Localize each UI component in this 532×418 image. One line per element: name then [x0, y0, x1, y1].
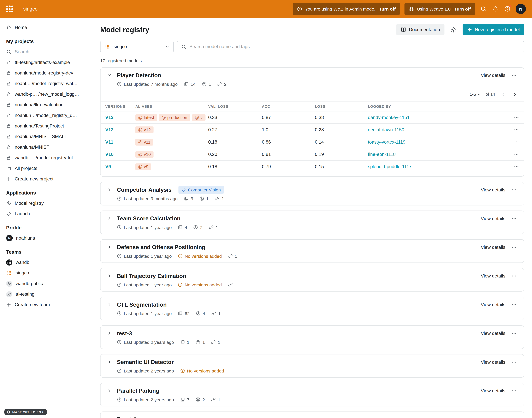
alias-chip[interactable]: @v10 — [135, 151, 154, 158]
expand-chevron-icon[interactable] — [106, 244, 113, 251]
model-title[interactable]: Defense and Offense Positioning — [117, 244, 205, 250]
search-icon[interactable] — [480, 5, 487, 12]
more-options-button[interactable] — [509, 329, 518, 337]
sidebar-item-create-project[interactable]: Create new project — [0, 174, 88, 184]
sidebar-team-item[interactable]: wandb-public — [0, 278, 88, 289]
version-link[interactable]: V9 — [105, 164, 135, 169]
page-range-selector[interactable]: 1-5 — [470, 92, 481, 97]
sidebar-item-create-team[interactable]: Create new team — [0, 300, 88, 310]
sidebar-team-item[interactable]: ttl-testing — [0, 289, 88, 299]
version-link[interactable]: V13 — [105, 115, 135, 120]
admin-turn-off-button[interactable]: Turn off — [379, 6, 396, 12]
model-title[interactable]: Semantic UI Detector — [117, 359, 174, 365]
sidebar-project-item[interactable]: noahluna/TestingProject — [0, 121, 88, 131]
more-options-button[interactable] — [509, 358, 518, 366]
more-options-button[interactable] — [509, 71, 518, 79]
sidebar-project-item[interactable]: wandb-p… /new_model_logg… — [0, 89, 88, 99]
expand-chevron-icon[interactable] — [106, 387, 113, 394]
view-details-button[interactable]: View details — [481, 359, 505, 364]
row-more-options-button[interactable] — [512, 163, 521, 171]
view-details-button[interactable]: View details — [481, 244, 505, 250]
view-details-button[interactable]: View details — [481, 331, 505, 336]
expand-chevron-icon[interactable] — [106, 272, 113, 279]
expand-chevron-icon[interactable] — [106, 215, 113, 222]
model-title[interactable]: Team Score Calculation — [117, 215, 180, 221]
expand-chevron-icon[interactable] — [106, 330, 113, 337]
expand-chevron-icon[interactable] — [106, 186, 113, 193]
sidebar-team-item[interactable]: singco — [0, 267, 88, 278]
prev-page-button[interactable] — [500, 91, 507, 98]
expand-chevron-icon[interactable] — [106, 416, 113, 418]
view-details-button[interactable]: View details — [481, 216, 505, 221]
version-link[interactable]: V11 — [105, 139, 135, 145]
view-details-button[interactable]: View details — [481, 273, 505, 278]
more-options-button[interactable] — [509, 243, 518, 251]
entity-selector[interactable]: singco — [100, 41, 174, 52]
sidebar-project-item[interactable]: ttl-testing/artifacts-example — [0, 57, 88, 68]
model-title[interactable]: Parallel Parking — [117, 387, 159, 394]
sidebar-team-item[interactable]: wandb — [0, 257, 88, 267]
row-more-options-button[interactable] — [512, 138, 521, 146]
sidebar-item-profile[interactable]: N noahluna — [0, 233, 88, 243]
version-link[interactable]: V12 — [105, 127, 135, 132]
version-link[interactable]: V10 — [105, 152, 135, 157]
sidebar-item-launch[interactable]: Launch — [0, 209, 88, 219]
expand-chevron-icon[interactable] — [106, 359, 113, 365]
alias-chip[interactable]: @v12 — [135, 126, 154, 133]
sidebar-project-item[interactable]: noahluna/MNIST — [0, 142, 88, 152]
wandb-logo-icon[interactable] — [6, 5, 13, 12]
model-title[interactable]: CTL Segmentation — [117, 301, 167, 308]
view-details-button[interactable]: View details — [481, 302, 505, 307]
alias-chip[interactable]: @v — [192, 114, 205, 121]
row-more-options-button[interactable] — [512, 113, 521, 121]
sidebar-project-item[interactable]: noahlun…/model_registry_d… — [0, 110, 88, 121]
model-title[interactable]: Front Camera — [117, 416, 154, 418]
model-title[interactable]: Competitor Analysis — [117, 186, 172, 193]
view-details-button[interactable]: View details — [481, 73, 505, 78]
model-title[interactable]: Ball Trajectory Estimation — [117, 273, 186, 279]
help-icon[interactable] — [504, 5, 511, 12]
logged-by-run-link[interactable]: toasty-vortex-1119 — [368, 139, 509, 145]
more-options-button[interactable] — [509, 272, 518, 280]
more-options-button[interactable] — [509, 301, 518, 309]
logged-by-run-link[interactable]: splendid-puddle-1117 — [368, 164, 509, 169]
view-details-button[interactable]: View details — [481, 187, 505, 192]
sidebar-project-item[interactable]: noahluna/llm-evaluation — [0, 100, 88, 110]
settings-button[interactable] — [448, 24, 459, 35]
category-tag[interactable]: Computer Vision — [178, 186, 224, 194]
sidebar-project-item[interactable]: noahluna/MNIST_SMALL — [0, 131, 88, 142]
more-options-button[interactable] — [509, 386, 518, 395]
notifications-bell-icon[interactable] — [492, 5, 499, 12]
logged-by-run-link[interactable]: dandy-monkey-1151 — [368, 115, 509, 120]
alias-chip[interactable]: @v11 — [135, 139, 153, 145]
row-more-options-button[interactable] — [512, 126, 521, 134]
documentation-button[interactable]: Documentation — [396, 24, 444, 35]
more-options-button[interactable] — [509, 214, 518, 222]
weave-turn-off-button[interactable]: Turn off — [454, 6, 471, 12]
next-page-button[interactable] — [511, 91, 518, 98]
sidebar-project-item[interactable]: wandb-… /model-registry-tut… — [0, 152, 88, 163]
model-search-input[interactable] — [189, 44, 520, 49]
sidebar-project-item[interactable]: noahl… /model_registry_wal… — [0, 78, 88, 89]
logged-by-run-link[interactable]: fine-eon-1118 — [368, 152, 509, 157]
alias-chip[interactable]: @latest — [135, 114, 157, 121]
logged-by-run-link[interactable]: genial-dawn-1150 — [368, 127, 509, 132]
row-more-options-button[interactable] — [512, 150, 521, 158]
sidebar-item-all-projects[interactable]: All projects — [0, 163, 88, 174]
model-title[interactable]: Player Detection — [117, 72, 161, 79]
more-options-button[interactable] — [509, 415, 518, 418]
view-details-button[interactable]: View details — [481, 417, 505, 418]
expand-chevron-icon[interactable] — [106, 301, 113, 308]
alias-chip[interactable]: @v9 — [135, 163, 151, 170]
model-title[interactable]: test-3 — [117, 330, 132, 337]
project-search-input[interactable] — [15, 49, 82, 54]
user-avatar[interactable]: N — [516, 4, 526, 14]
sidebar-project-item[interactable]: noahluna/model-registry-dev — [0, 68, 88, 78]
new-registered-model-button[interactable]: New registered model — [462, 24, 524, 35]
more-options-button[interactable] — [509, 186, 518, 194]
alias-chip[interactable]: @production — [159, 114, 190, 121]
sidebar-item-model-registry[interactable]: Model registry — [0, 198, 88, 209]
collapse-chevron-icon[interactable] — [106, 72, 113, 79]
view-details-button[interactable]: View details — [481, 388, 505, 393]
sidebar-item-home[interactable]: Home — [0, 22, 88, 33]
